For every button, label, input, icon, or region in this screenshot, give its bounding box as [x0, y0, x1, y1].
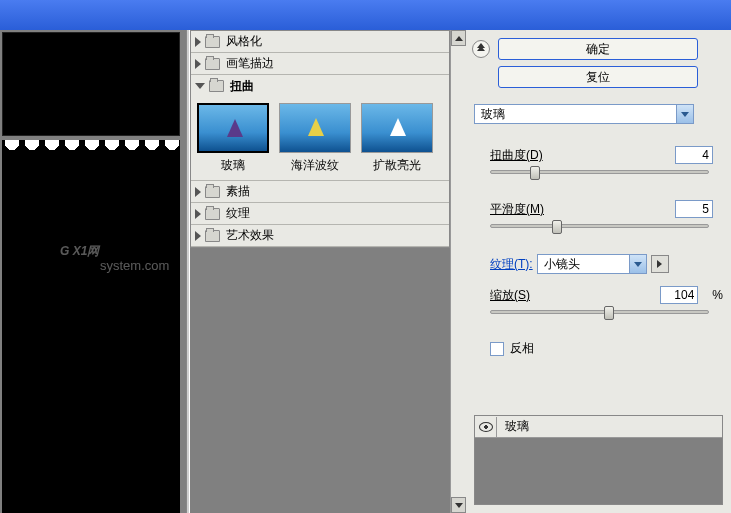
tree-item-stylize[interactable]: 风格化 — [191, 31, 449, 53]
folder-icon — [205, 58, 220, 70]
preview-panel: G X1网 system.com — [0, 30, 186, 513]
texture-select[interactable]: 小镜头 — [537, 254, 647, 274]
filter-tree-panel: 风格化 画笔描边 扭曲 玻璃 海洋波纹 — [190, 30, 450, 513]
unit-label: % — [712, 288, 723, 302]
thumb-ocean[interactable]: 海洋波纹 — [277, 103, 353, 174]
folder-icon — [205, 36, 220, 48]
chevron-down-icon — [195, 83, 205, 89]
thumbnail-label: 玻璃 — [195, 157, 271, 174]
tree-item-distort[interactable]: 扭曲 — [191, 75, 449, 97]
select-value: 玻璃 — [481, 106, 505, 123]
folder-icon — [205, 208, 220, 220]
folder-icon — [209, 80, 224, 92]
thumbnail-image — [279, 103, 351, 153]
checkbox-label: 反相 — [510, 340, 534, 357]
chevron-right-icon — [195, 187, 201, 197]
smoothness-input[interactable] — [675, 200, 713, 218]
thumbnail-image — [197, 103, 269, 153]
collapse-button[interactable] — [472, 40, 490, 58]
tree-item-artistic[interactable]: 艺术效果 — [191, 225, 449, 247]
scale-slider[interactable] — [490, 310, 709, 314]
thumbnail-label: 扩散亮光 — [359, 157, 435, 174]
preview-shape-fill — [2, 166, 180, 513]
thumb-glass[interactable]: 玻璃 — [195, 103, 271, 174]
folder-icon — [205, 230, 220, 242]
layers-panel: 玻璃 — [474, 415, 723, 505]
folder-icon — [205, 186, 220, 198]
chevron-down-icon — [676, 105, 693, 123]
param-label: 纹理(T): — [490, 256, 533, 273]
param-invert: 反相 — [490, 340, 723, 357]
tree-label: 扭曲 — [230, 78, 254, 95]
param-scale: 缩放(S) % — [490, 286, 723, 314]
param-label: 扭曲度(D) — [490, 147, 580, 164]
tree-label: 风格化 — [226, 33, 262, 50]
preview-image[interactable] — [2, 32, 180, 136]
scroll-up-icon[interactable] — [451, 30, 466, 46]
tree-item-texture[interactable]: 纹理 — [191, 203, 449, 225]
thumbnail-row: 玻璃 海洋波纹 扩散亮光 — [191, 97, 449, 181]
settings-panel: 确定 复位 玻璃 扭曲度(D) 平滑度(M) 纹理(T): — [466, 30, 731, 513]
chevron-right-icon — [195, 231, 201, 241]
tree-empty-area — [190, 248, 450, 513]
select-value: 小镜头 — [544, 256, 580, 273]
chevron-right-icon — [195, 209, 201, 219]
texture-menu-button[interactable] — [651, 255, 669, 273]
distortion-input[interactable] — [675, 146, 713, 164]
layer-name: 玻璃 — [497, 418, 529, 435]
filter-select[interactable]: 玻璃 — [474, 104, 694, 124]
tree-label: 画笔描边 — [226, 55, 274, 72]
scroll-down-icon[interactable] — [451, 497, 466, 513]
button-label: 确定 — [586, 41, 610, 58]
invert-checkbox[interactable] — [490, 342, 504, 356]
chevron-right-icon — [195, 59, 201, 69]
eye-icon[interactable] — [475, 417, 497, 437]
param-label: 平滑度(M) — [490, 201, 580, 218]
param-texture: 纹理(T): 小镜头 — [490, 254, 723, 274]
window-titlebar — [0, 0, 731, 30]
tree-item-brush[interactable]: 画笔描边 — [191, 53, 449, 75]
thumb-diffuse[interactable]: 扩散亮光 — [359, 103, 435, 174]
param-distortion: 扭曲度(D) — [490, 146, 723, 174]
tree-item-sketch[interactable]: 素描 — [191, 181, 449, 203]
tree-label: 素描 — [226, 183, 250, 200]
tree-label: 艺术效果 — [226, 227, 274, 244]
smoothness-slider[interactable] — [490, 224, 709, 228]
tree-label: 纹理 — [226, 205, 250, 222]
filter-tree: 风格化 画笔描边 扭曲 玻璃 海洋波纹 — [190, 30, 450, 248]
thumbnail-image — [361, 103, 433, 153]
chevron-down-icon — [629, 255, 646, 273]
chevron-right-icon — [195, 37, 201, 47]
button-label: 复位 — [586, 69, 610, 86]
scroll-track[interactable] — [451, 46, 466, 497]
reset-button[interactable]: 复位 — [498, 66, 698, 88]
scale-input[interactable] — [660, 286, 698, 304]
thumbnail-label: 海洋波纹 — [277, 157, 353, 174]
param-smoothness: 平滑度(M) — [490, 200, 723, 228]
param-label: 缩放(S) — [490, 287, 580, 304]
ok-button[interactable]: 确定 — [498, 38, 698, 60]
tree-scrollbar[interactable] — [450, 30, 466, 513]
layer-row[interactable]: 玻璃 — [475, 416, 722, 438]
distortion-slider[interactable] — [490, 170, 709, 174]
